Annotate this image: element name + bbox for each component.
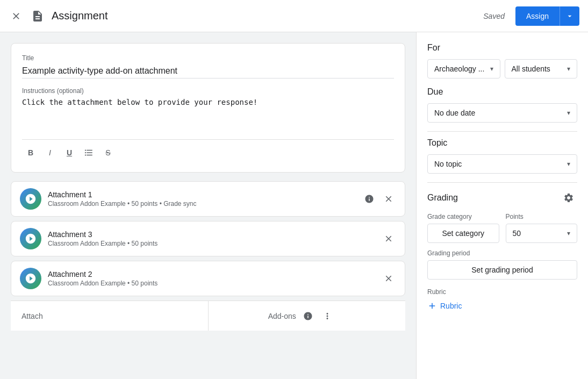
due-dropdown[interactable]: No due date ▾	[427, 103, 577, 123]
instructions-input[interactable]: Click the attachment below to provide yo…	[22, 97, 394, 129]
bold-button[interactable]: B	[22, 144, 39, 161]
topic-value: No topic	[434, 160, 462, 168]
formatting-toolbar: B I U S	[22, 139, 394, 161]
attach-button[interactable]: Attach	[21, 301, 208, 331]
attachment-remove-button[interactable]	[381, 231, 396, 246]
title-input[interactable]	[22, 64, 394, 78]
attachment-info: Attachment 2 Classroom Addon Example • 5…	[48, 270, 375, 287]
students-dropdown-arrow: ▾	[567, 65, 570, 73]
students-dropdown[interactable]: All students ▾	[505, 59, 578, 78]
assign-button[interactable]: Assign	[515, 6, 560, 26]
grade-category-column: Grade category Set category	[427, 213, 499, 243]
instructions-label: Instructions (optional)	[22, 87, 394, 95]
addons-button[interactable]: Add-ons	[208, 301, 395, 331]
set-category-button[interactable]: Set category	[427, 224, 499, 243]
topic-dropdown[interactable]: No topic ▾	[427, 154, 577, 174]
addons-label: Add-ons	[268, 312, 296, 320]
strikethrough-button[interactable]: S	[99, 144, 117, 161]
page-title: Assignment	[52, 10, 477, 22]
attachment-name: Attachment 2	[48, 270, 375, 278]
topic-dropdown-arrow: ▾	[567, 160, 570, 168]
attachment-meta: Classroom Addon Example • 50 points	[48, 280, 375, 287]
attachment-remove-button[interactable]	[381, 191, 396, 206]
addons-more-icon[interactable]	[320, 309, 335, 324]
attachment-meta: Classroom Addon Example • 50 points	[48, 240, 375, 247]
italic-button[interactable]: I	[41, 144, 59, 161]
attachment-actions	[362, 191, 396, 206]
bottom-bar: Attach Add-ons	[11, 301, 405, 331]
grade-category-label: Grade category	[427, 213, 499, 220]
add-rubric-button[interactable]: Rubric	[427, 299, 462, 313]
due-dropdown-arrow: ▾	[567, 109, 570, 117]
title-label: Title	[22, 54, 394, 62]
divider-2	[427, 182, 577, 183]
divider	[427, 131, 577, 132]
points-dropdown-arrow: ▾	[567, 230, 570, 237]
attachment-icon	[20, 188, 41, 210]
title-field-group: Title	[22, 54, 394, 78]
class-dropdown-arrow: ▾	[490, 65, 493, 73]
assign-dropdown-button[interactable]	[560, 6, 579, 26]
due-label: Due	[427, 87, 577, 97]
for-label: For	[427, 43, 577, 53]
attachment-item: Attachment 1 Classroom Addon Example • 5…	[11, 181, 405, 217]
grade-columns: Grade category Set category Points 50 ▾	[427, 213, 577, 243]
attachment-name: Attachment 1	[48, 190, 355, 199]
points-value: 50	[513, 229, 521, 238]
attachment-remove-button[interactable]	[381, 271, 396, 286]
attachment-actions	[381, 231, 396, 246]
right-panel: For Archaeology ... ▾ All students ▾ Due…	[416, 32, 588, 379]
attachment-info: Attachment 1 Classroom Addon Example • 5…	[48, 190, 355, 208]
grading-header: Grading	[427, 189, 577, 206]
attachment-item: Attachment 3 Classroom Addon Example • 5…	[11, 221, 405, 256]
attachment-actions	[381, 271, 396, 286]
due-value: No due date	[434, 109, 475, 117]
grading-title: Grading	[427, 193, 458, 203]
header: Assignment Saved Assign	[0, 0, 588, 32]
set-grading-period-button[interactable]: Set grading period	[427, 260, 577, 280]
doc-icon	[30, 9, 45, 24]
grading-period-label: Grading period	[427, 249, 577, 257]
underline-button[interactable]: U	[61, 144, 78, 161]
attachment-icon	[20, 268, 41, 289]
for-dropdown-row: Archaeology ... ▾ All students ▾	[427, 59, 577, 78]
class-dropdown[interactable]: Archaeology ... ▾	[427, 59, 500, 78]
points-dropdown[interactable]: 50 ▾	[506, 224, 578, 243]
points-column: Points 50 ▾	[506, 213, 578, 243]
main-content: Title Instructions (optional) Click the …	[0, 32, 588, 379]
class-value: Archaeology ...	[434, 65, 484, 73]
instructions-field-group: Instructions (optional) Click the attach…	[22, 87, 394, 131]
points-label: Points	[506, 213, 578, 220]
rubric-label: Rubric	[427, 288, 577, 296]
assign-button-group: Assign	[515, 6, 579, 26]
grading-settings-button[interactable]	[560, 189, 577, 206]
title-instructions-card: Title Instructions (optional) Click the …	[11, 43, 405, 173]
attachment-meta: Classroom Addon Example • 50 points • Gr…	[48, 200, 355, 208]
add-rubric-label: Rubric	[440, 302, 462, 310]
list-button[interactable]	[80, 144, 97, 161]
topic-label: Topic	[427, 138, 577, 148]
app-container: Assignment Saved Assign Title Instructio…	[0, 0, 588, 379]
students-value: All students	[512, 65, 550, 73]
attachments-container: Attachment 1 Classroom Addon Example • 5…	[11, 181, 405, 296]
attachment-item: Attachment 2 Classroom Addon Example • 5…	[11, 261, 405, 296]
addons-info-icon[interactable]	[300, 309, 315, 324]
close-button[interactable]	[9, 9, 24, 24]
attachment-icon	[20, 228, 41, 249]
attachment-name: Attachment 3	[48, 230, 375, 239]
left-panel: Title Instructions (optional) Click the …	[0, 32, 416, 379]
saved-status: Saved	[483, 12, 505, 20]
attachment-info: Attachment 3 Classroom Addon Example • 5…	[48, 230, 375, 247]
attachment-info-button[interactable]	[362, 191, 377, 206]
